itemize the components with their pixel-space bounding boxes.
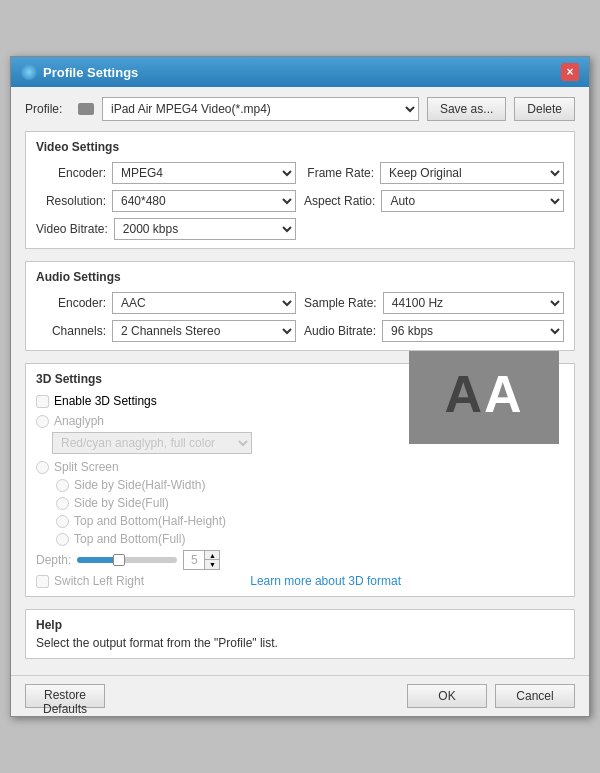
switch-left-right-checkbox[interactable] (36, 575, 49, 588)
audio-encoder-row: Encoder: AAC (36, 292, 296, 314)
sample-rate-select[interactable]: 44100 Hz (383, 292, 564, 314)
encoder-label: Encoder: (36, 166, 106, 180)
audio-settings-section: Audio Settings Encoder: AAC Sample Rate:… (25, 261, 575, 351)
sample-rate-label: Sample Rate: (304, 296, 377, 310)
audio-encoder-label: Encoder: (36, 296, 106, 310)
depth-down-arrow[interactable]: ▼ (205, 560, 219, 569)
enable-3d-label: Enable 3D Settings (54, 394, 157, 408)
anaglyph-select: Red/cyan anaglyph, full color (52, 432, 252, 454)
depth-up-arrow[interactable]: ▲ (205, 551, 219, 560)
preview-aa-text: AA (444, 364, 523, 424)
help-text: Select the output format from the "Profi… (36, 636, 564, 650)
aspect-ratio-row: Aspect Ratio: Auto (304, 190, 564, 212)
side-by-side-full-label: Side by Side(Full) (74, 496, 169, 510)
dialog-body: Profile: iPad Air MPEG4 Video(*.mp4) Sav… (11, 87, 589, 675)
depth-value-box: 5 ▲ ▼ (183, 550, 220, 570)
delete-button[interactable]: Delete (514, 97, 575, 121)
footer-right: OK Cancel (407, 684, 575, 708)
profile-device-icon (78, 103, 94, 115)
video-settings-grid: Encoder: MPEG4 Frame Rate: Keep Original… (36, 162, 564, 240)
top-bottom-half-radio[interactable] (56, 515, 69, 528)
audio-settings-title: Audio Settings (36, 270, 564, 284)
split-screen-radio[interactable] (36, 461, 49, 474)
frame-rate-select[interactable]: Keep Original (380, 162, 564, 184)
profile-row: Profile: iPad Air MPEG4 Video(*.mp4) Sav… (25, 97, 575, 121)
anaglyph-radio[interactable] (36, 415, 49, 428)
preview-first-a: A (444, 365, 484, 423)
footer: Restore Defaults OK Cancel (11, 675, 589, 716)
top-bottom-full-row: Top and Bottom(Full) (36, 532, 401, 546)
depth-slider-thumb[interactable] (113, 554, 125, 566)
profile-label: Profile: (25, 102, 70, 116)
enable-3d-row: Enable 3D Settings (36, 394, 401, 408)
aspect-ratio-select[interactable]: Auto (381, 190, 564, 212)
depth-row: Depth: 5 ▲ ▼ (36, 550, 401, 570)
video-bitrate-row: Video Bitrate: 2000 kbps (36, 218, 296, 240)
split-screen-row: Split Screen (36, 460, 401, 474)
cancel-button[interactable]: Cancel (495, 684, 575, 708)
top-bottom-full-radio[interactable] (56, 533, 69, 546)
audio-bitrate-select[interactable]: 96 kbps (382, 320, 564, 342)
anaglyph-row: Anaglyph (36, 414, 401, 428)
side-by-side-half-row: Side by Side(Half-Width) (36, 478, 401, 492)
side-by-side-full-radio[interactable] (56, 497, 69, 510)
side-by-side-half-radio[interactable] (56, 479, 69, 492)
app-icon (21, 64, 37, 80)
channels-label: Channels: (36, 324, 106, 338)
top-bottom-half-label: Top and Bottom(Half-Height) (74, 514, 226, 528)
aspect-ratio-label: Aspect Ratio: (304, 194, 375, 208)
resolution-label: Resolution: (36, 194, 106, 208)
channels-select[interactable]: 2 Channels Stereo (112, 320, 296, 342)
depth-value: 5 (184, 553, 204, 567)
split-screen-label: Split Screen (54, 460, 119, 474)
depth-slider-track[interactable] (77, 557, 177, 563)
preview-box: AA (409, 344, 559, 444)
side-by-side-half-label: Side by Side(Half-Width) (74, 478, 205, 492)
ok-button[interactable]: OK (407, 684, 487, 708)
switch-left-row: Switch Left Right Learn more about 3D fo… (36, 574, 401, 588)
title-bar-left: Profile Settings (21, 64, 138, 80)
preview-second-a: A (484, 365, 524, 423)
depth-arrows: ▲ ▼ (204, 551, 219, 569)
switch-left-right-label: Switch Left Right (54, 574, 144, 588)
learn-more-link[interactable]: Learn more about 3D format (250, 574, 401, 588)
help-title: Help (36, 618, 564, 632)
preview-container: AA (409, 394, 564, 588)
resolution-select[interactable]: 640*480 (112, 190, 296, 212)
video-settings-section: Video Settings Encoder: MPEG4 Frame Rate… (25, 131, 575, 249)
video-bitrate-select[interactable]: 2000 kbps (114, 218, 296, 240)
video-settings-title: Video Settings (36, 140, 564, 154)
dialog-title: Profile Settings (43, 65, 138, 80)
frame-rate-label: Frame Rate: (304, 166, 374, 180)
top-bottom-full-label: Top and Bottom(Full) (74, 532, 185, 546)
enable-3d-checkbox[interactable] (36, 395, 49, 408)
audio-encoder-select[interactable]: AAC (112, 292, 296, 314)
save-as-button[interactable]: Save as... (427, 97, 506, 121)
close-button[interactable]: × (561, 63, 579, 81)
frame-rate-row: Frame Rate: Keep Original (304, 162, 564, 184)
help-section: Help Select the output format from the "… (25, 609, 575, 659)
depth-slider-container (77, 557, 177, 563)
top-bottom-half-row: Top and Bottom(Half-Height) (36, 514, 401, 528)
restore-defaults-button[interactable]: Restore Defaults (25, 684, 105, 708)
switch-left-right-row: Switch Left Right (36, 574, 144, 588)
audio-bitrate-label: Audio Bitrate: (304, 324, 376, 338)
audio-bitrate-row: Audio Bitrate: 96 kbps (304, 320, 564, 342)
channels-row: Channels: 2 Channels Stereo (36, 320, 296, 342)
profile-select[interactable]: iPad Air MPEG4 Video(*.mp4) (102, 97, 419, 121)
anaglyph-select-row: Red/cyan anaglyph, full color (36, 432, 401, 454)
resolution-row: Resolution: 640*480 (36, 190, 296, 212)
profile-settings-dialog: Profile Settings × Profile: iPad Air MPE… (10, 56, 590, 717)
video-bitrate-label: Video Bitrate: (36, 222, 108, 236)
depth-label: Depth: (36, 553, 71, 567)
title-bar: Profile Settings × (11, 57, 589, 87)
encoder-row: Encoder: MPEG4 (36, 162, 296, 184)
3d-settings-section: 3D Settings Enable 3D Settings Anaglyph (25, 363, 575, 597)
encoder-select[interactable]: MPEG4 (112, 162, 296, 184)
audio-settings-grid: Encoder: AAC Sample Rate: 44100 Hz Chann… (36, 292, 564, 342)
3d-content: Enable 3D Settings Anaglyph Red/cyan ana… (36, 394, 564, 588)
sample-rate-row: Sample Rate: 44100 Hz (304, 292, 564, 314)
side-by-side-full-row: Side by Side(Full) (36, 496, 401, 510)
3d-left: Enable 3D Settings Anaglyph Red/cyan ana… (36, 394, 401, 588)
anaglyph-label: Anaglyph (54, 414, 104, 428)
